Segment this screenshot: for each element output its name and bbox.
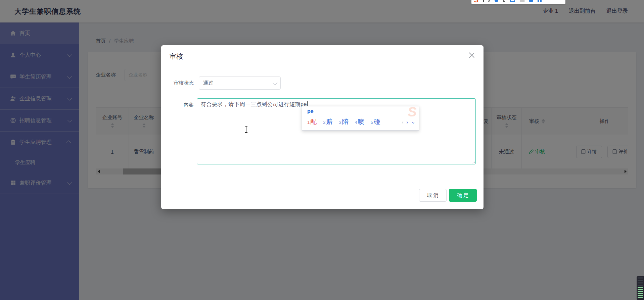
app-root: 大学生兼职信息系统 企业 1 退出到前台 退出登录 首页 个人中心 学生简历管理 — [0, 0, 644, 300]
modal-footer: 取 消 确 定 — [419, 189, 477, 202]
ime-screenshot-icon[interactable] — [520, 0, 524, 2]
ime-candidate-1[interactable]: 1配 — [307, 117, 317, 126]
select-value: 通过 — [203, 80, 213, 86]
textarea-text: 符合要求，请下周一三点到公司进行短期pe — [201, 101, 308, 108]
close-icon[interactable] — [469, 52, 475, 58]
modal-title: 审核 — [170, 52, 183, 61]
ime-candidate-panel: S pe 1配 2赔 3陪 4喷 5碰 ‹ › ⌄ — [302, 106, 419, 131]
sogou-logo: S — [474, 0, 478, 3]
ime-candidate-list: 1配 2赔 3陪 4喷 5碰 ‹ › ⌄ — [307, 117, 415, 126]
audit-status-label: 审核状态 — [160, 80, 194, 86]
audit-status-select[interactable]: 通过 — [199, 77, 281, 90]
equalizer-widget — [637, 276, 644, 300]
confirm-button[interactable]: 确 定 — [449, 189, 477, 202]
ime-candidate-4[interactable]: 4喷 — [355, 117, 364, 126]
ime-fullhalf-icon[interactable] — [495, 0, 498, 2]
ibeam-cursor — [244, 126, 248, 133]
ime-nav: ‹ › ⌄ — [402, 119, 415, 125]
ime-candidate-2[interactable]: 2赔 — [323, 117, 332, 126]
ime-prev-page-icon[interactable]: ‹ — [402, 119, 403, 125]
ime-mode-icon[interactable] — [483, 0, 484, 2]
ime-toolbox-icon[interactable] — [538, 0, 542, 2]
ime-punctuation-icon[interactable] — [488, 0, 491, 2]
ime-candidate-3[interactable]: 3陪 — [339, 117, 348, 126]
ime-skin-icon[interactable] — [529, 0, 533, 2]
ime-more-icon[interactable]: ⌄ — [411, 119, 415, 125]
composition-caret — [314, 108, 315, 114]
microphone-icon[interactable] — [503, 0, 505, 2]
ime-toolbar[interactable]: S — [471, 0, 565, 4]
chevron-down-icon — [273, 80, 277, 85]
ime-candidate-5[interactable]: 5碰 — [371, 117, 380, 126]
keyboard-icon[interactable] — [510, 0, 515, 2]
ime-composition: pe — [307, 108, 314, 114]
content-label: 内容 — [160, 102, 194, 108]
resize-handle-icon[interactable] — [471, 160, 475, 163]
cancel-button[interactable]: 取 消 — [419, 189, 447, 202]
ime-next-page-icon[interactable]: › — [406, 119, 408, 125]
